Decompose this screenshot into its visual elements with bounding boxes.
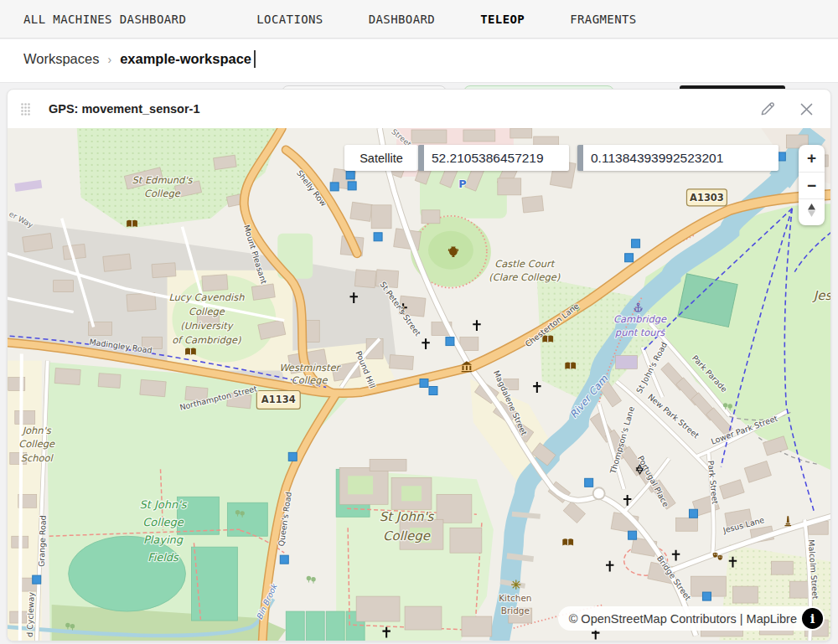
book-icon	[562, 538, 573, 545]
drag-handle-icon[interactable]	[20, 102, 31, 116]
attribution-text: © OpenStreetMap Contributors | MapLibre	[569, 612, 797, 626]
widget-title: GPS: movement_sensor-1	[49, 102, 200, 116]
edit-widget-button[interactable]	[758, 100, 777, 119]
book-icon	[185, 348, 196, 355]
gps-point-marker[interactable]	[429, 386, 437, 394]
gps-point-marker[interactable]	[374, 233, 382, 241]
map-zoom-control: + −	[799, 145, 825, 225]
app-root: ALL MACHINES DASHBOARD LOCATIONS DASHBOA…	[0, 0, 838, 644]
book-icon	[565, 363, 576, 369]
compass-button[interactable]	[799, 198, 825, 225]
map-attribution: © OpenStreetMap Contributors | MapLibre …	[558, 606, 825, 631]
nav-dashboard[interactable]: DASHBOARD	[369, 13, 435, 26]
latitude-input[interactable]	[418, 145, 569, 171]
widget-header: GPS: movement_sensor-1	[8, 90, 830, 129]
satellite-toggle-button[interactable]: Satellite	[344, 145, 418, 171]
gps-point-marker[interactable]	[625, 254, 634, 262]
breadcrumb-chevron-icon: ›	[107, 53, 111, 66]
map-canvas: P	[8, 128, 830, 641]
nav-locations[interactable]: LOCATIONS	[256, 13, 323, 26]
road-ref-text: A1303	[690, 192, 724, 204]
gps-point-marker[interactable]	[330, 183, 339, 191]
info-icon[interactable]: i	[802, 608, 823, 629]
gps-point-marker[interactable]	[702, 592, 711, 600]
zoom-out-button[interactable]: −	[799, 172, 825, 198]
map-label: Grange Road	[37, 515, 48, 567]
compass-icon	[805, 203, 818, 218]
map-label: Jesus	[812, 288, 830, 303]
breadcrumb: Workspaces › example-workspace	[23, 50, 256, 68]
road-ref-text: A1134	[261, 394, 296, 405]
gps-point-marker[interactable]	[346, 171, 354, 179]
nav-fragments[interactable]: FRAGMENTS	[570, 13, 636, 26]
close-widget-button[interactable]	[798, 100, 815, 118]
workspace-name-field[interactable]: example-workspace	[120, 51, 251, 67]
gps-point-marker[interactable]	[585, 478, 593, 487]
gps-point-marker[interactable]	[33, 575, 41, 584]
gps-point-marker[interactable]	[280, 555, 288, 564]
gps-point-marker[interactable]	[446, 337, 454, 346]
zoom-in-button[interactable]: +	[799, 145, 825, 172]
gps-point-marker[interactable]	[628, 531, 637, 539]
close-icon	[799, 102, 814, 116]
parking-icon	[458, 178, 466, 190]
nav-teleop[interactable]: TELEOP	[480, 13, 525, 26]
map-label: d Cycleway	[25, 591, 36, 637]
workspace-toolbar: Workspaces › example-workspace Air Quali…	[0, 39, 838, 83]
gps-point-marker[interactable]	[632, 240, 640, 248]
gps-point-marker[interactable]	[689, 509, 697, 518]
gps-point-marker[interactable]	[288, 452, 297, 461]
nav-all-machines-dashboard[interactable]: ALL MACHINES DASHBOARD	[23, 13, 186, 26]
gps-widget-card: GPS: movement_sensor-1	[7, 89, 831, 641]
map-label: John'sCollegeSchool	[18, 425, 55, 463]
pencil-icon	[759, 101, 775, 117]
viewpoint-icon	[512, 580, 520, 589]
map-container[interactable]: P	[8, 128, 830, 641]
gps-point-marker[interactable]	[420, 379, 428, 388]
breadcrumb-workspaces[interactable]: Workspaces	[23, 51, 99, 67]
text-cursor	[254, 50, 256, 68]
gps-point-marker[interactable]	[348, 182, 356, 190]
longitude-input[interactable]	[577, 145, 779, 171]
book-icon	[127, 220, 137, 227]
top-nav: ALL MACHINES DASHBOARD LOCATIONS DASHBOA…	[0, 0, 838, 39]
